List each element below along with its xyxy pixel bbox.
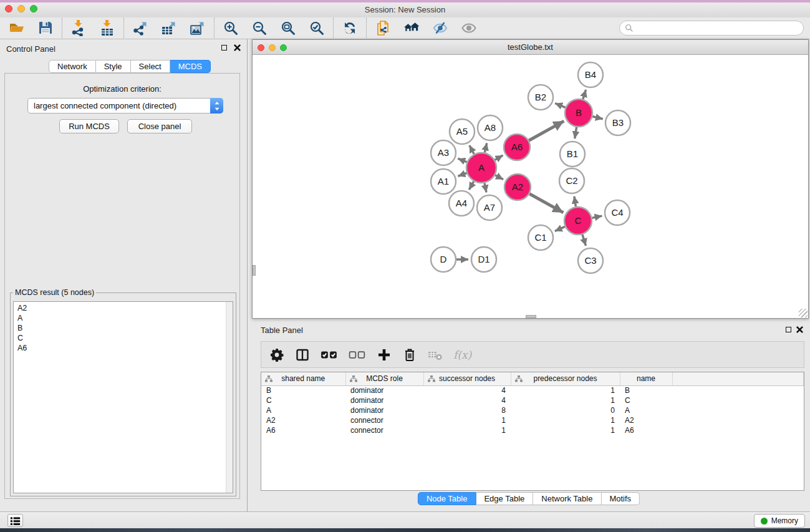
edge-A-A4[interactable] [469,181,474,190]
import-network-button[interactable] [70,20,87,36]
edge-B-B4[interactable] [583,90,586,99]
edge-C-C2[interactable] [574,196,576,207]
memory-button[interactable]: Memory [754,514,805,528]
column-header-MCDS-role[interactable]: MCDS role [345,372,423,385]
tab-mcds[interactable]: MCDS [170,60,211,73]
node-C2[interactable]: C2 [559,168,584,193]
cell-shared-name[interactable]: C [261,395,345,405]
edge-A-A3[interactable] [458,158,466,162]
edge-B-B2[interactable] [555,104,566,108]
edge-B-B1[interactable] [575,127,577,139]
edge-A-A7[interactable] [485,183,486,193]
network-canvas[interactable]: AA6A2BCA5A8A3A1A4A7B2B4B3B1C2C4C1C3DD1 [253,55,808,318]
cell-shared-name[interactable]: A [261,405,345,415]
cell-predecessor-nodes[interactable]: 1 [511,415,620,425]
mcds-result-item[interactable]: A6 [17,343,233,353]
float-panel-icon[interactable] [786,327,791,332]
home-button[interactable] [403,20,420,36]
cell-predecessor-nodes[interactable]: 1 [511,425,620,435]
tab-node-table[interactable]: Node Table [418,492,476,505]
tab-select[interactable]: Select [131,60,170,73]
column-header-predecessor-nodes[interactable]: predecessor nodes [511,372,620,385]
cell-shared-name[interactable]: A6 [261,425,345,435]
import-table-button[interactable] [99,20,115,36]
table-row[interactable]: Cdominator41C [261,395,804,405]
node-C4[interactable]: C4 [605,200,630,225]
tab-style[interactable]: Style [96,60,131,73]
optimization-criterion-select[interactable]: largest connected component (directed) [27,98,223,114]
column-header-successor-nodes[interactable]: successor nodes [423,372,511,385]
tab-network-table[interactable]: Network Table [533,492,601,505]
export-network-button[interactable] [132,20,148,36]
cell-successor-nodes[interactable]: 1 [423,415,511,425]
node-B3[interactable]: B3 [605,110,630,135]
edge-B-B3[interactable] [592,117,603,119]
export-image-button[interactable] [190,20,206,36]
horizontal-scrollbar-thumb[interactable] [526,315,536,318]
cell-shared-name[interactable]: B [261,385,345,395]
export-table-button[interactable] [161,20,177,36]
destroy-table-button[interactable] [428,347,443,362]
mcds-result-item[interactable]: B [17,323,233,333]
table-row[interactable]: Adominator80A [261,405,804,415]
select-all-button[interactable] [321,347,338,362]
edge-C-C3[interactable] [582,235,586,246]
duplicate-network-button[interactable] [375,20,391,36]
refresh-button[interactable] [342,20,358,36]
cell-name[interactable]: A6 [620,425,672,435]
table-row[interactable]: Bdominator41B [261,385,804,395]
cell-MCDS-role[interactable]: dominator [345,395,423,405]
edge-A6-B[interactable] [529,121,564,140]
edge-A-A2[interactable] [495,175,503,180]
close-panel-icon[interactable] [234,44,241,51]
float-panel-icon[interactable] [221,45,227,51]
cell-MCDS-role[interactable]: dominator [345,385,423,395]
split-view-button[interactable] [295,347,310,362]
column-header-name[interactable]: name [620,372,672,385]
cell-predecessor-nodes[interactable]: 1 [511,385,620,395]
table-row[interactable]: A6connector11A6 [261,425,804,435]
column-header-shared-name[interactable]: shared name [261,372,345,385]
table-settings-button[interactable] [269,347,284,362]
cell-MCDS-role[interactable]: connector [345,415,423,425]
function-builder-button[interactable]: f(x) [453,347,471,362]
node-A7[interactable]: A7 [477,195,502,220]
deselect-all-button[interactable] [349,347,366,362]
run-mcds-button[interactable]: Run MCDS [59,119,119,133]
node-A6[interactable]: A6 [504,134,530,160]
node-A[interactable]: A [466,153,496,183]
mcds-result-item[interactable]: C [17,333,233,343]
hide-network-button[interactable] [432,20,448,36]
cell-name[interactable]: C [620,395,672,405]
cell-name[interactable]: B [620,385,672,395]
search-input[interactable] [637,24,798,32]
edge-A-A5[interactable] [470,145,474,154]
cell-successor-nodes[interactable]: 4 [423,385,511,395]
edge-A-A1[interactable] [458,173,467,177]
node-B2[interactable]: B2 [528,85,553,110]
close-panel-icon[interactable] [796,326,803,333]
cell-name[interactable]: A [620,405,672,415]
node-A8[interactable]: A8 [478,115,503,140]
node-table[interactable]: shared nameMCDS rolesuccessor nodesprede… [261,372,804,435]
zoom-in-button[interactable] [223,20,239,36]
node-C3[interactable]: C3 [578,248,603,273]
node-B4[interactable]: B4 [578,62,603,87]
zoom-fit-button[interactable] [280,20,296,36]
table-row[interactable]: A2connector11A2 [261,415,804,425]
edge-C-C4[interactable] [592,216,602,218]
node-C[interactable]: C [564,207,592,235]
tab-network[interactable]: Network [49,60,96,73]
edge-A-A8[interactable] [485,143,486,152]
node-A4[interactable]: A4 [449,191,474,216]
node-D[interactable]: D [431,247,456,272]
tab-edge-table[interactable]: Edge Table [476,492,533,505]
close-panel-button[interactable]: Close panel [127,119,192,133]
node-A5[interactable]: A5 [450,119,475,144]
node-A2[interactable]: A2 [504,174,531,200]
edge-A2-C[interactable] [529,194,563,213]
edge-C-C1[interactable] [555,226,565,231]
cell-name[interactable]: A2 [620,415,672,425]
node-A3[interactable]: A3 [431,140,456,165]
mcds-result-item[interactable]: A [17,313,233,323]
